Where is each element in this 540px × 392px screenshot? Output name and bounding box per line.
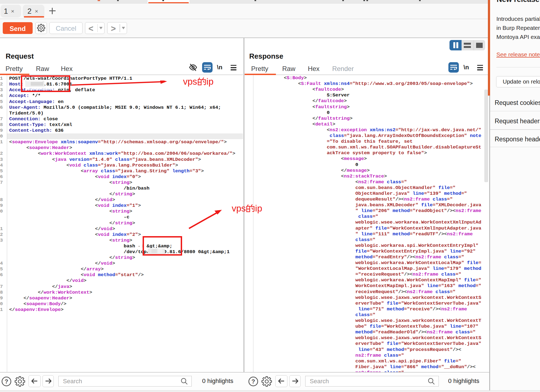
svg-text:?: ? <box>251 378 255 385</box>
svg-text:?: ? <box>5 378 8 385</box>
